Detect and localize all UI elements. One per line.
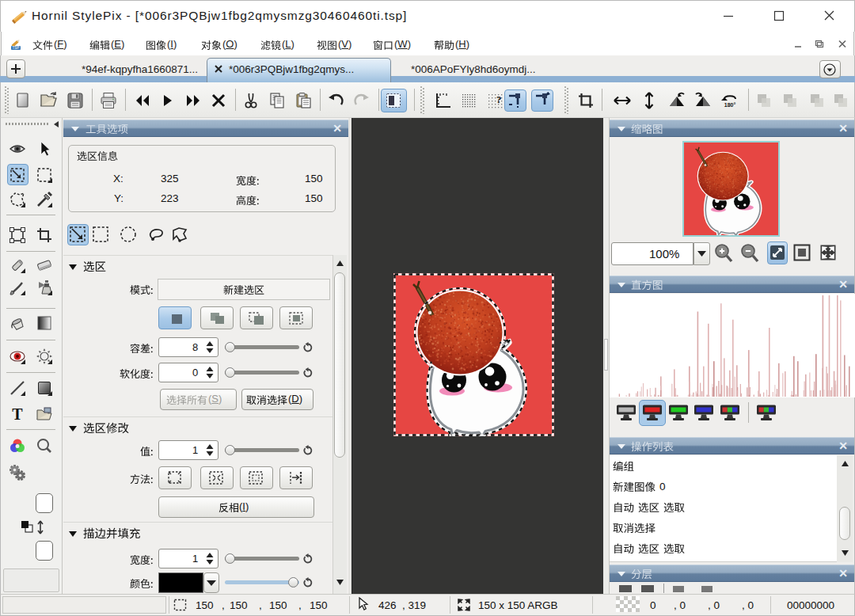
svg-text:?: ? <box>496 93 502 105</box>
svg-text:TSP: TSP <box>13 46 20 50</box>
svg-text:T: T <box>12 405 23 423</box>
svg-text:180°: 180° <box>724 102 736 108</box>
